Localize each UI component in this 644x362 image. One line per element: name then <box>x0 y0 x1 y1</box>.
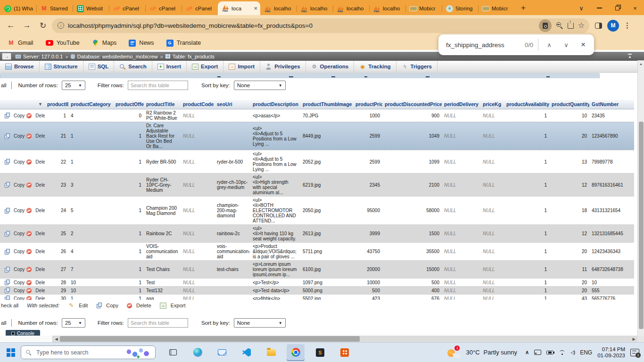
bookmark-item[interactable]: Maps <box>92 40 117 47</box>
browser-tab[interactable]: localho <box>369 2 405 15</box>
wifi-icon[interactable] <box>559 350 565 355</box>
row-delete-link[interactable]: Delete <box>26 296 45 300</box>
sort-by-key-select[interactable]: None▼ <box>234 81 286 90</box>
app-grid-taskbar-button[interactable] <box>336 344 354 361</box>
row-copy-link[interactable]: Copy <box>4 231 25 237</box>
browser-tab[interactable]: localho <box>297 2 333 15</box>
column-header-productAvailablity[interactable]: productAvailablity <box>504 100 549 109</box>
check-all-clipped-label[interactable]: all <box>0 320 11 326</box>
edge-taskbar-button[interactable] <box>189 344 206 361</box>
row-copy-link[interactable]: Copy <box>4 267 25 272</box>
column-header-periodDelivery[interactable]: periodDelivery <box>442 100 480 109</box>
window-minimize-button[interactable] <box>590 1 608 15</box>
check-all-clipped-label[interactable]: all <box>0 82 11 88</box>
num-rows-select[interactable]: 25▼ <box>62 318 85 328</box>
column-header-productTitle[interactable]: productTitle <box>144 100 181 109</box>
browser-tab[interactable]: cPanel <box>182 2 218 15</box>
forward-icon[interactable]: → <box>20 18 34 33</box>
volume-icon[interactable] <box>570 350 575 355</box>
nav-panel-toggle[interactable]: → <box>2 53 11 60</box>
profile-avatar[interactable]: M <box>607 20 619 32</box>
bookmark-item[interactable]: Gmail <box>8 40 33 47</box>
window-restore-button[interactable] <box>608 1 626 15</box>
scroll-to-top-icon[interactable]: ▲ <box>628 54 642 59</box>
clock[interactable]: 07:14 PM 01-09-2023 <box>597 346 625 359</box>
breadcrumb-server[interactable]: Server: 127.0.0.1 <box>23 54 63 59</box>
window-close-button[interactable]: × <box>626 1 644 15</box>
browser-menu-icon[interactable]: ⋮ <box>621 21 634 30</box>
mail-taskbar-button[interactable] <box>213 344 231 361</box>
horizontal-scroll-thumb[interactable] <box>60 336 360 342</box>
column-header-priceKg[interactable]: priceKg <box>480 100 504 109</box>
browser-tab[interactable]: localho <box>260 2 297 15</box>
browser-tab[interactable]: Mobicr <box>405 2 442 15</box>
browser-tab[interactable]: Mobicr <box>478 2 514 15</box>
pma-tab-browse[interactable]: Browse <box>0 61 40 72</box>
pma-tab-export[interactable]: Export <box>187 61 223 72</box>
weather-icon[interactable]: 1 <box>447 347 461 358</box>
browser-tab[interactable]: localho <box>333 2 369 15</box>
taskbar-search[interactable] <box>21 346 156 359</box>
row-delete-link[interactable]: Delete <box>26 182 45 188</box>
pma-tab-sql[interactable]: SQL <box>83 61 115 72</box>
tab-close-icon[interactable]: × <box>254 5 257 12</box>
scroll-right-icon[interactable]: ▶ <box>630 336 637 342</box>
with-selected-copy-button[interactable]: Copy <box>96 303 118 309</box>
pma-tab-tracking[interactable]: Tracking <box>354 61 396 72</box>
share-icon[interactable] <box>568 23 574 29</box>
sort-options-icon[interactable]: ▼ <box>38 102 42 107</box>
row-copy-link[interactable]: Copy <box>4 249 25 255</box>
column-header-productThumbImage[interactable]: productThumbImage <box>300 100 353 109</box>
reload-icon[interactable]: ↻ <box>36 18 50 33</box>
back-icon[interactable]: ← <box>4 18 18 33</box>
column-header-productCode[interactable]: productCode <box>181 100 215 109</box>
pma-tab-insert[interactable]: Insert <box>152 61 187 72</box>
pma-tab-search[interactable]: Search <box>114 61 152 72</box>
browser-tab[interactable]: (1) Wha <box>0 2 36 15</box>
chevron-up-icon[interactable] <box>525 349 529 355</box>
row-delete-link[interactable]: Delete <box>26 280 45 285</box>
row-copy-link[interactable]: Copy <box>4 133 25 139</box>
browser-tab[interactable]: Websit <box>73 2 109 15</box>
row-copy-link[interactable]: Copy <box>4 208 25 214</box>
browser-tab[interactable]: cPanel <box>145 2 182 15</box>
sublime-taskbar-button[interactable] <box>311 344 329 361</box>
battery-icon[interactable] <box>546 351 553 354</box>
pma-tab-structure[interactable]: Structure <box>40 61 83 72</box>
bookmark-item[interactable]: Translate <box>166 40 201 47</box>
browser-tab[interactable]: loca× <box>218 1 260 15</box>
zoom-out-icon[interactable] <box>556 22 563 29</box>
row-copy-link[interactable]: Copy <box>4 296 25 300</box>
row-delete-link[interactable]: Delete <box>26 113 45 118</box>
row-delete-link[interactable]: Delete <box>26 159 45 165</box>
breadcrumb-table[interactable]: Table: fx_products <box>173 54 215 59</box>
with-selected-delete-button[interactable]: Delete <box>127 303 151 309</box>
row-delete-link[interactable]: Delete <box>26 249 45 254</box>
weather-temp[interactable]: 30°C <box>466 349 479 356</box>
pma-tab-import[interactable]: Import <box>223 61 260 72</box>
row-delete-link[interactable]: Delete <box>26 208 45 213</box>
row-copy-link[interactable]: Copy <box>4 159 25 165</box>
column-header-productOffer[interactable]: productOffer <box>113 100 144 109</box>
cast-icon[interactable] <box>534 350 541 355</box>
bookmark-star-icon[interactable]: ☆ <box>578 22 585 29</box>
row-delete-link[interactable]: Delete <box>26 288 45 293</box>
tab-search-chevron-icon[interactable]: ∨ <box>572 1 590 15</box>
find-query-input[interactable]: fx_shipping_address <box>446 41 520 49</box>
row-delete-link[interactable]: Delete <box>26 133 45 139</box>
explorer-taskbar-button[interactable] <box>262 344 280 361</box>
column-header-seoUri[interactable]: seoUri <box>215 100 250 109</box>
row-copy-link[interactable]: Copy <box>4 280 25 285</box>
filter-rows-input[interactable] <box>128 81 188 90</box>
find-previous-icon[interactable]: ∧ <box>543 41 555 49</box>
check-all-label[interactable]: heck all <box>1 303 18 308</box>
num-rows-select[interactable]: 25▼ <box>62 81 85 90</box>
browser-tab[interactable]: Starred <box>36 2 73 15</box>
with-selected-export-button[interactable]: Export <box>160 303 186 309</box>
column-header-productCategory[interactable]: productCategory <box>68 100 113 109</box>
with-selected-edit-button[interactable]: Edit <box>68 303 88 309</box>
filter-rows-input[interactable] <box>128 318 188 328</box>
scroll-left-icon[interactable]: ◀ <box>53 336 60 342</box>
pma-tab-triggers[interactable]: Triggers <box>396 61 438 72</box>
column-header-productDiscountedPrice[interactable]: productDiscountedPrice <box>382 100 442 109</box>
